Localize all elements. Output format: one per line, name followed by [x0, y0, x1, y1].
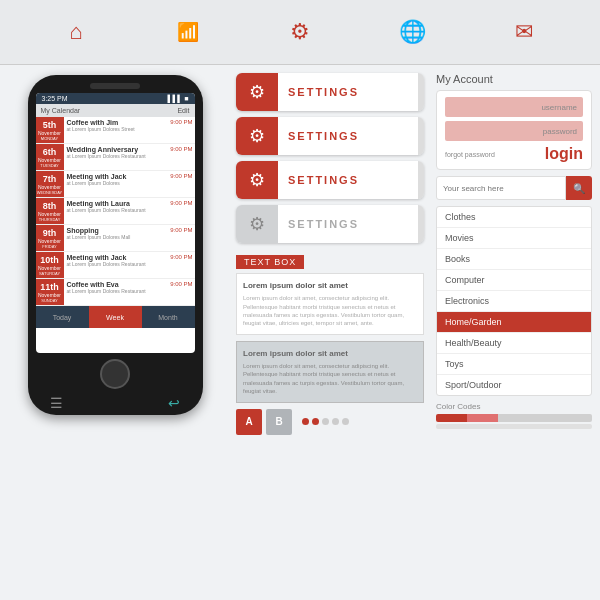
category-item-electronics[interactable]: Electronics [437, 291, 591, 312]
pagination-row: A B [236, 409, 424, 435]
category-item-movies[interactable]: Movies [437, 228, 591, 249]
day-number: 10th [40, 255, 59, 265]
tab-week[interactable]: Week [89, 306, 142, 328]
pag-dot-4 [332, 418, 339, 425]
cal-event-date: 7th November WEDNESDAY [36, 171, 64, 197]
cal-event-content: Meeting with Jack at Lorem Ipsum Dolores [64, 171, 169, 197]
event-weekday: FRIDAY [42, 244, 56, 249]
home-button[interactable] [100, 359, 130, 389]
textbox-placeholder-2: Lorem ipsum dolor sit amet [243, 348, 417, 359]
login-button[interactable]: login [545, 145, 583, 163]
event-subtitle: at Lorem Ipsum Dolores Mall [67, 234, 166, 240]
username-field[interactable]: username [445, 97, 583, 117]
event-time: 9:00 PM [168, 225, 194, 251]
category-item-clothes[interactable]: Clothes [437, 207, 591, 228]
forgot-password-link[interactable]: forgot password [445, 151, 495, 158]
event-time: 9:00 PM [168, 279, 194, 305]
day-number: 8th [43, 201, 57, 211]
pag-dot-3 [322, 418, 329, 425]
settings-btn-1[interactable]: ⚙ SETTINGS [236, 73, 424, 111]
settings-btn-shadow-3 [418, 161, 424, 199]
event-title: Meeting with Jack [67, 173, 166, 180]
cal-event-item[interactable]: 5th November MONDAY Coffee with Jim at L… [36, 117, 195, 144]
mail-icon[interactable]: ✉ [504, 12, 544, 52]
settings-btn-4[interactable]: ⚙ SETTINGS [236, 205, 424, 243]
account-actions: forgot password login [445, 145, 583, 163]
cal-event-content: Coffee with Jim at Lorem Ipsum Dolores S… [64, 117, 169, 143]
phone-time: 3:25 PM [42, 95, 68, 102]
cal-event-date: 11th November SUNDAY [36, 279, 64, 305]
cal-event-date: 5th November MONDAY [36, 117, 64, 143]
cal-event-item[interactable]: 7th November WEDNESDAY Meeting with Jack… [36, 171, 195, 198]
settings-btn-icon-4: ⚙ [236, 205, 278, 243]
cal-event-item[interactable]: 8th November THURSDAY Meeting with Laura… [36, 198, 195, 225]
category-item-health-beauty[interactable]: Health/Beauty [437, 333, 591, 354]
settings-btn-shadow-4 [418, 205, 424, 243]
event-weekday: MONDAY [41, 136, 58, 141]
password-field[interactable]: password [445, 121, 583, 141]
event-title: Wedding Anniversary [67, 146, 166, 153]
globe-icon[interactable]: 🌐 [392, 12, 432, 52]
category-item-toys[interactable]: Toys [437, 354, 591, 375]
cal-event-item[interactable]: 10th November SATURDAY Meeting with Jack… [36, 252, 195, 279]
event-subtitle: at Lorem Ipsum Dolores Restaurant [67, 207, 166, 213]
account-box: username password forgot password login [436, 90, 592, 170]
category-item-books[interactable]: Books [437, 249, 591, 270]
event-title: Shopping [67, 227, 166, 234]
phone-screen: 3:25 PM ▌▌▌ ■ My Calendar Edit 5th Novem… [36, 93, 195, 353]
cal-event-date: 10th November SATURDAY [36, 252, 64, 278]
cal-event-content: Meeting with Jack at Lorem Ipsum Dolores… [64, 252, 169, 278]
settings-btn-shadow-2 [418, 117, 424, 155]
phone-section: 3:25 PM ▌▌▌ ■ My Calendar Edit 5th Novem… [0, 65, 230, 585]
cal-event-content: Shopping at Lorem Ipsum Dolores Mall [64, 225, 169, 251]
right-section: My Account username password forgot pass… [430, 65, 600, 585]
event-title: Meeting with Laura [67, 200, 166, 207]
search-input[interactable] [436, 176, 566, 200]
event-weekday: SATURDAY [39, 271, 60, 276]
menu-icon[interactable]: ☰ [50, 395, 63, 411]
search-row: 🔍 [436, 176, 592, 200]
pag-btn-b[interactable]: B [266, 409, 292, 435]
event-subtitle: at Lorem Ipsum Dolores Restaurant [67, 288, 166, 294]
category-item-home-garden[interactable]: Home/Garden [437, 312, 591, 333]
event-title: Coffee with Jim [67, 119, 166, 126]
settings-btn-2[interactable]: ⚙ SETTINGS [236, 117, 424, 155]
home-icon[interactable]: ⌂ [56, 12, 96, 52]
pag-dot-2 [312, 418, 319, 425]
event-subtitle: at Lorem Ipsum Dolores Restaurant [67, 153, 166, 159]
phone-bottom: ☰ ↩ [36, 359, 195, 411]
back-icon[interactable]: ↩ [168, 395, 180, 411]
textbox-placeholder-1: Lorem ipsum dolor sit amet [243, 280, 417, 291]
textbox-area-1[interactable]: Lorem ipsum dolor sit amet Lorem ipsum d… [236, 273, 424, 335]
settings-btn-icon-1: ⚙ [236, 73, 278, 111]
calendar-events: 5th November MONDAY Coffee with Jim at L… [36, 117, 195, 306]
settings-btn-shadow-1 [418, 73, 424, 111]
cal-event-item[interactable]: 9th November FRIDAY Shopping at Lorem Ip… [36, 225, 195, 252]
settings-btn-3[interactable]: ⚙ SETTINGS [236, 161, 424, 199]
settings-icon[interactable]: ⚙ [280, 12, 320, 52]
color-codes-title: Color Codes [436, 402, 592, 411]
phone-speaker [90, 83, 140, 89]
tab-month[interactable]: Month [142, 306, 195, 328]
settings-btn-label-2: SETTINGS [278, 117, 418, 155]
category-item-computer[interactable]: Computer [437, 270, 591, 291]
tab-today[interactable]: Today [36, 306, 89, 328]
cal-edit[interactable]: Edit [177, 107, 189, 114]
event-subtitle: at Lorem Ipsum Dolores Street [67, 126, 166, 132]
calendar-header: My Calendar Edit [36, 104, 195, 117]
event-subtitle: at Lorem Ipsum Dolores [67, 180, 166, 186]
event-subtitle: at Lorem Ipsum Dolores Restaurant [67, 261, 166, 267]
search-button[interactable]: 🔍 [566, 176, 592, 200]
event-time: 9:00 PM [168, 198, 194, 224]
pag-btn-a[interactable]: A [236, 409, 262, 435]
category-item-sport-outdoor[interactable]: Sport/Outdoor [437, 375, 591, 395]
signal-icon[interactable]: 📶 [168, 12, 208, 52]
event-title: Meeting with Jack [67, 254, 166, 261]
cal-event-item[interactable]: 6th November TUESDAY Wedding Anniversary… [36, 144, 195, 171]
phone-signal: ▌▌▌ ■ [167, 95, 188, 102]
textbox-area-2[interactable]: Lorem ipsum dolor sit amet Lorem ipsum d… [236, 341, 424, 403]
cal-event-item[interactable]: 11th November SUNDAY Coffee with Eva at … [36, 279, 195, 306]
textbox-section: TEXT BOX Lorem ipsum dolor sit amet Lore… [236, 251, 424, 435]
event-time: 9:00 PM [168, 171, 194, 197]
pag-dot-5 [342, 418, 349, 425]
